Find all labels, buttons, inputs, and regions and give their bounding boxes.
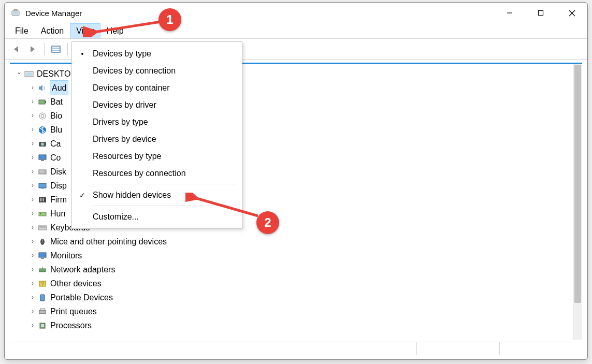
tree-item-label: Co — [50, 151, 61, 165]
portable-icon — [37, 293, 48, 303]
vertical-scrollbar[interactable] — [573, 64, 582, 340]
tree-item[interactable]: Mice and other pointing devices — [14, 235, 582, 249]
chevron-right-icon[interactable] — [28, 193, 37, 207]
tree-item[interactable]: Print queues — [14, 304, 582, 318]
toolbar-separator — [67, 43, 68, 55]
svg-rect-44 — [40, 309, 45, 310]
network-icon — [37, 265, 48, 275]
chevron-right-icon[interactable] — [28, 151, 37, 165]
menu-item[interactable]: Devices by container — [72, 79, 242, 96]
svg-rect-1 — [13, 12, 18, 14]
chevron-right-icon[interactable] — [28, 290, 37, 304]
tree-item-label: Print queues — [50, 304, 97, 318]
svg-rect-13 — [45, 101, 46, 103]
svg-rect-42 — [40, 295, 45, 301]
tree-item[interactable]: Network adapters — [14, 263, 582, 276]
computer-icon — [23, 69, 35, 79]
toolbar-separator — [44, 43, 45, 55]
chevron-right-icon[interactable] — [28, 263, 37, 276]
tree-item-label: Firm — [50, 193, 67, 207]
tree-item[interactable]: Monitors — [14, 249, 582, 263]
svg-rect-23 — [39, 183, 46, 188]
svg-rect-24 — [41, 188, 44, 189]
chevron-right-icon[interactable] — [28, 165, 37, 179]
svg-point-22 — [44, 171, 45, 172]
chevron-right-icon[interactable] — [28, 207, 37, 221]
chevron-right-icon[interactable] — [28, 276, 37, 290]
forward-button[interactable] — [25, 42, 40, 56]
menu-item[interactable]: Devices by connection — [72, 62, 242, 79]
chevron-right-icon[interactable] — [28, 179, 37, 193]
camera-icon — [37, 139, 48, 149]
tree-item[interactable]: Processors — [14, 318, 582, 332]
menu-item[interactable]: Devices by driver — [72, 96, 242, 113]
mouse-icon — [37, 237, 48, 247]
svg-rect-7 — [52, 46, 60, 52]
check-icon: ✓ — [72, 191, 93, 199]
menu-item[interactable]: ✓Show hidden devices — [72, 186, 242, 203]
chevron-right-icon[interactable] — [28, 318, 37, 332]
menu-separator — [93, 206, 236, 206]
properties-button[interactable] — [49, 42, 63, 56]
chevron-right-icon[interactable] — [28, 81, 37, 95]
titlebar: Device Manager — [5, 3, 587, 23]
tree-item[interactable]: ?Other devices — [14, 276, 582, 290]
chevron-down-icon[interactable] — [15, 67, 23, 81]
menu-item[interactable]: Resources by type — [72, 148, 242, 165]
chevron-right-icon[interactable] — [28, 235, 37, 249]
tree-item-label: Ca — [50, 137, 61, 151]
monitor-icon — [37, 153, 48, 163]
svg-rect-27 — [41, 198, 42, 201]
hid-icon — [37, 209, 48, 219]
monitor-icon — [37, 251, 48, 261]
cpu-icon — [37, 321, 48, 331]
keyboard-icon — [37, 223, 48, 233]
tree-item[interactable]: Portable Devices — [14, 290, 582, 304]
chevron-right-icon[interactable] — [28, 249, 37, 263]
svg-text:?: ? — [41, 281, 44, 287]
svg-point-18 — [41, 142, 44, 145]
close-button[interactable] — [556, 3, 587, 23]
maximize-button[interactable] — [525, 3, 556, 23]
fingerprint-icon — [37, 111, 48, 121]
menu-item-label: Customize... — [93, 212, 139, 222]
menu-item[interactable]: Drivers by device — [72, 130, 242, 148]
app-icon — [11, 8, 20, 18]
menu-item[interactable]: Resources by connection — [72, 165, 242, 182]
tree-item-label: Portable Devices — [50, 290, 113, 304]
tree-item-label: Bat — [50, 95, 63, 109]
menu-item-label: Resources by connection — [93, 169, 186, 178]
battery-icon — [37, 97, 48, 107]
tree-item-label: Monitors — [50, 249, 82, 263]
annotation-callout-2: 2 — [256, 211, 279, 234]
svg-rect-28 — [43, 198, 44, 201]
svg-rect-12 — [39, 100, 45, 104]
menu-file[interactable]: File — [9, 23, 35, 38]
statusbar — [10, 342, 582, 355]
chevron-right-icon[interactable] — [28, 304, 37, 318]
menu-view[interactable]: View — [70, 23, 100, 38]
tree-item-label: Other devices — [50, 276, 102, 290]
menu-item[interactable]: Customize... — [72, 208, 242, 225]
back-button[interactable] — [10, 42, 24, 56]
menu-separator — [93, 184, 236, 184]
statusbar-cell — [499, 342, 582, 355]
chevron-right-icon[interactable] — [28, 95, 37, 109]
minimize-button[interactable] — [494, 3, 525, 23]
chevron-right-icon[interactable] — [28, 109, 37, 123]
dot-icon: • — [72, 50, 93, 58]
chevron-right-icon[interactable] — [28, 221, 37, 235]
annotation-callout-1: 1 — [158, 8, 181, 31]
scrollbar-thumb[interactable] — [574, 65, 581, 303]
svg-rect-19 — [39, 155, 46, 159]
tree-root-label: DESKTO — [37, 67, 71, 81]
menu-action[interactable]: Action — [35, 23, 70, 38]
printer-icon — [37, 307, 48, 317]
menu-item[interactable]: •Devices by type — [72, 45, 242, 62]
tree-item-label: Mice and other pointing devices — [50, 235, 167, 249]
chevron-right-icon[interactable] — [28, 123, 37, 137]
chevron-right-icon[interactable] — [28, 137, 37, 151]
menu-help[interactable]: Help — [100, 23, 130, 38]
svg-rect-20 — [41, 160, 44, 161]
menu-item[interactable]: Drivers by type — [72, 113, 242, 130]
